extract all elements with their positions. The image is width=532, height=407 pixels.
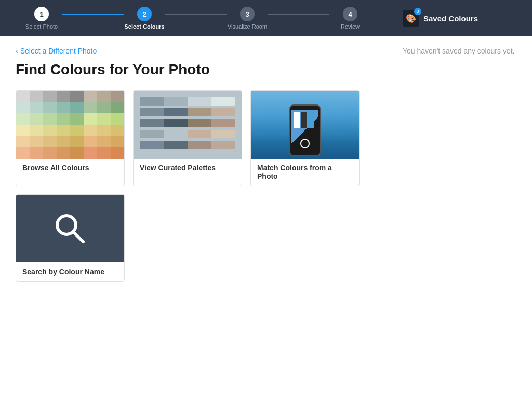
main-layout: ‹ Select a Different Photo Find Colours … (0, 36, 532, 407)
match-colours-label: Match Colours from a Photo (251, 159, 359, 186)
stepper: 1 Select Photo 2 Select Colours 3 Visual… (0, 0, 392, 36)
swatch (57, 91, 70, 102)
swatch (30, 113, 43, 125)
swatch (43, 147, 57, 159)
match-colours-image (251, 91, 359, 159)
search-icon (52, 211, 88, 247)
curated-palettes-label: View Curated Palettes (134, 159, 242, 177)
swatch (30, 147, 43, 159)
swatch (16, 113, 30, 125)
swatch (57, 113, 70, 125)
no-saved-text: You haven't saved any colours yet. (403, 47, 522, 55)
palette-icon: 🎨 0 (403, 10, 419, 27)
phone-placeholder (251, 91, 359, 159)
back-link[interactable]: ‹ Select a Different Photo (16, 47, 376, 55)
swatch (97, 136, 111, 148)
swatch (97, 91, 111, 102)
swatch (84, 113, 97, 125)
swatch (70, 113, 84, 125)
right-panel: You haven't saved any colours yet. (392, 36, 532, 407)
step-2-label: Select Colours (124, 23, 164, 30)
swatch (70, 147, 84, 159)
saved-colours-label: Saved Colours (423, 14, 478, 23)
svg-line-1 (73, 232, 83, 242)
swatch (84, 136, 97, 148)
cards-grid-bottom: Search by Colour Name (16, 194, 376, 282)
match-colours-card[interactable]: Match Colours from a Photo (250, 90, 360, 186)
swatch (97, 125, 111, 136)
swatch (70, 136, 84, 148)
swatch (84, 147, 97, 159)
step-4-label: Review (341, 23, 360, 30)
step-4[interactable]: 4 Review (329, 7, 371, 30)
swatch (70, 125, 84, 136)
browse-colours-card[interactable]: Browse All Colours (16, 90, 125, 186)
step-3-circle: 3 (240, 7, 255, 21)
palette-strips-container (134, 91, 242, 159)
swatch (111, 125, 124, 136)
curated-palettes-image (134, 91, 242, 159)
swatch (57, 102, 70, 114)
saved-colours-header[interactable]: 🎨 0 Saved Colours (392, 0, 532, 36)
swatch (84, 91, 97, 102)
swatches-grid (16, 91, 124, 159)
step-2-circle: 2 (137, 7, 152, 21)
swatch (43, 113, 57, 125)
swatch (30, 91, 43, 102)
swatch (70, 91, 84, 102)
swatch (97, 147, 111, 159)
swatch (30, 102, 43, 114)
swatch (16, 102, 30, 114)
palette-strip (140, 130, 235, 138)
step-1-label: Select Photo (25, 23, 58, 30)
swatch (97, 113, 111, 125)
page-title: Find Colours for Your Photo (16, 61, 376, 78)
swatch (30, 136, 43, 148)
swatch (84, 102, 97, 114)
palette-strip (140, 141, 235, 149)
browse-colours-image (16, 91, 124, 159)
swatch (111, 147, 124, 159)
swatch (111, 136, 124, 148)
search-colour-label: Search by Colour Name (16, 262, 124, 281)
cards-grid-top: Browse All Colours View Curated Palettes (16, 90, 376, 186)
swatch (30, 125, 43, 136)
step-2[interactable]: 2 Select Colours (124, 7, 165, 30)
swatch (111, 91, 124, 102)
chevron-left-icon: ‹ (16, 47, 18, 55)
connector-1-2 (62, 14, 124, 15)
swatch (84, 125, 97, 136)
swatch (16, 136, 30, 148)
content-area: ‹ Select a Different Photo Find Colours … (0, 36, 392, 407)
swatch (111, 113, 124, 125)
swatch (43, 125, 57, 136)
browse-colours-label: Browse All Colours (16, 159, 124, 177)
palette-strip (140, 119, 235, 127)
connector-2-3 (165, 14, 227, 15)
step-4-circle: 4 (343, 7, 357, 21)
step-3-label: Visualize Room (228, 23, 267, 30)
swatch (97, 102, 111, 114)
swatch (16, 91, 30, 102)
palette-strip (140, 108, 235, 116)
app-header: 1 Select Photo 2 Select Colours 3 Visual… (0, 0, 532, 36)
connector-3-4 (268, 14, 329, 15)
curated-palettes-card[interactable]: View Curated Palettes (133, 90, 242, 186)
swatch (57, 147, 70, 159)
swatch (43, 102, 57, 114)
swatch (16, 125, 30, 136)
swatch (57, 125, 70, 136)
swatch (43, 136, 57, 148)
swatch (70, 102, 84, 114)
swatch (111, 102, 124, 114)
search-colour-image (16, 195, 124, 262)
swatch (43, 91, 57, 102)
search-colour-card[interactable]: Search by Colour Name (16, 194, 125, 282)
step-1-circle: 1 (34, 7, 49, 21)
palette-strip (140, 97, 235, 106)
swatch (16, 147, 30, 159)
swatch (57, 136, 70, 148)
saved-count-badge: 0 (414, 8, 421, 15)
step-1[interactable]: 1 Select Photo (21, 7, 62, 30)
step-3[interactable]: 3 Visualize Room (227, 7, 268, 30)
